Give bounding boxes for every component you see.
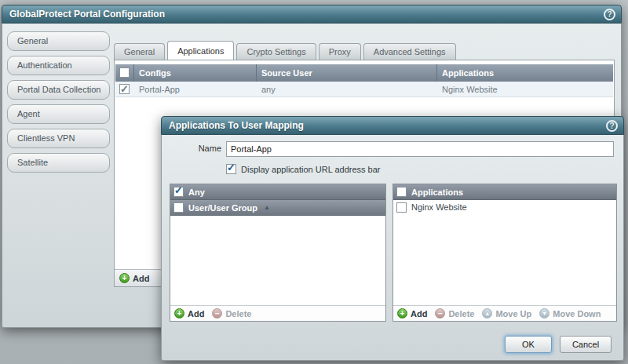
add-application-button[interactable]: + Add bbox=[397, 308, 427, 318]
move-down-label: Move Down bbox=[553, 309, 601, 318]
user-group-list bbox=[170, 217, 385, 305]
application-row[interactable]: Nginx Website bbox=[393, 200, 616, 214]
tab-crypto-settings[interactable]: Crypto Settings bbox=[236, 43, 316, 60]
inner-dialog-body: Name Display application URL address bar… bbox=[161, 135, 624, 361]
applications-toolbar: + Add − Delete ▲ Move Up ▼ Move Down bbox=[393, 305, 616, 321]
applications-select-all-checkbox[interactable] bbox=[396, 187, 407, 197]
user-group-select-all-checkbox[interactable] bbox=[173, 202, 184, 213]
add-application-label: Add bbox=[411, 309, 427, 318]
add-user-label: Add bbox=[188, 309, 204, 318]
table-header: Configs Source User Applications bbox=[115, 64, 613, 82]
add-icon: + bbox=[397, 308, 407, 318]
any-label: Any bbox=[188, 187, 205, 197]
display-url-label: Display application URL address bar bbox=[241, 165, 381, 174]
cancel-button[interactable]: Cancel bbox=[560, 336, 612, 353]
inner-dialog-titlebar[interactable]: Applications To User Mapping ? bbox=[161, 116, 624, 135]
application-row-label: Nginx Website bbox=[411, 202, 467, 212]
tab-applications[interactable]: Applications bbox=[167, 41, 234, 60]
delete-icon: − bbox=[435, 308, 445, 318]
name-input[interactable] bbox=[226, 141, 614, 157]
column-header-configs[interactable]: Configs bbox=[134, 64, 257, 82]
cell-source-user: any bbox=[257, 82, 437, 96]
add-config-button[interactable]: + Add bbox=[119, 273, 149, 283]
help-icon[interactable]: ? bbox=[604, 9, 615, 20]
select-all-checkbox[interactable] bbox=[119, 67, 130, 78]
move-down-icon: ▼ bbox=[539, 308, 550, 318]
user-group-header-row: User/User Group ▲ bbox=[170, 200, 385, 216]
delete-user-label: Delete bbox=[225, 309, 251, 318]
sidebar: General Authentication Portal Data Colle… bbox=[7, 31, 110, 177]
move-up-label: Move Up bbox=[495, 309, 531, 318]
sidebar-item-general[interactable]: General bbox=[7, 31, 110, 51]
cell-configs: Portal-App bbox=[134, 82, 257, 96]
any-row: Any bbox=[170, 184, 385, 200]
display-url-checkbox[interactable] bbox=[226, 164, 236, 174]
delete-icon: − bbox=[212, 308, 222, 318]
display-url-row: Display application URL address bar bbox=[226, 164, 381, 174]
cell-applications: Nginx Website bbox=[437, 82, 613, 96]
delete-application-label: Delete bbox=[448, 309, 474, 318]
tab-general[interactable]: General bbox=[114, 43, 165, 60]
table-row[interactable]: Portal-App any Nginx Website bbox=[115, 82, 613, 97]
move-up-button: ▲ Move Up bbox=[482, 308, 531, 318]
help-icon[interactable]: ? bbox=[606, 120, 618, 132]
move-up-icon: ▲ bbox=[482, 308, 492, 318]
add-config-label: Add bbox=[133, 274, 149, 283]
name-label: Name bbox=[162, 144, 221, 153]
ok-button[interactable]: OK bbox=[505, 336, 552, 353]
delete-application-button: − Delete bbox=[435, 308, 474, 318]
inner-dialog-title: Applications To User Mapping bbox=[169, 120, 304, 131]
outer-dialog-titlebar[interactable]: GlobalProtect Portal Configuration ? bbox=[2, 5, 622, 24]
user-group-toolbar: + Add − Delete bbox=[170, 305, 385, 321]
delete-user-button: − Delete bbox=[212, 308, 251, 318]
column-header-source-user[interactable]: Source User bbox=[257, 64, 437, 82]
outer-dialog-title: GlobalProtect Portal Configuration bbox=[9, 9, 165, 20]
tabstrip: General Applications Crypto Settings Pro… bbox=[114, 41, 458, 60]
sidebar-item-agent[interactable]: Agent bbox=[7, 104, 110, 124]
applications-panel: Applications Nginx Website + Add − Delet… bbox=[392, 184, 617, 322]
sidebar-item-portal-data-collection[interactable]: Portal Data Collection bbox=[7, 80, 110, 100]
column-header-applications[interactable]: Applications bbox=[437, 64, 613, 82]
application-row-checkbox[interactable] bbox=[396, 202, 407, 213]
move-down-button: ▼ Move Down bbox=[539, 308, 601, 318]
sidebar-item-clientless-vpn[interactable]: Clientless VPN bbox=[7, 129, 110, 148]
applications-user-mapping-dialog: Applications To User Mapping ? Name Disp… bbox=[161, 116, 624, 361]
user-group-panel: Any User/User Group ▲ + Add − Delete bbox=[170, 184, 386, 322]
sort-asc-icon: ▲ bbox=[264, 204, 270, 211]
any-checkbox[interactable] bbox=[173, 187, 184, 197]
applications-header-row: Applications bbox=[393, 184, 616, 200]
add-icon: + bbox=[119, 273, 130, 283]
add-icon: + bbox=[174, 308, 184, 318]
sidebar-item-satellite[interactable]: Satellite bbox=[7, 153, 110, 173]
applications-column-header[interactable]: Applications bbox=[411, 187, 463, 197]
tab-advanced-settings[interactable]: Advanced Settings bbox=[363, 43, 456, 60]
add-user-button[interactable]: + Add bbox=[174, 308, 204, 318]
tab-proxy[interactable]: Proxy bbox=[319, 43, 361, 60]
user-group-column-header[interactable]: User/User Group bbox=[188, 203, 257, 213]
applications-list: Nginx Website bbox=[393, 200, 616, 305]
row-checkbox[interactable] bbox=[119, 84, 130, 94]
sidebar-item-authentication[interactable]: Authentication bbox=[7, 56, 110, 75]
